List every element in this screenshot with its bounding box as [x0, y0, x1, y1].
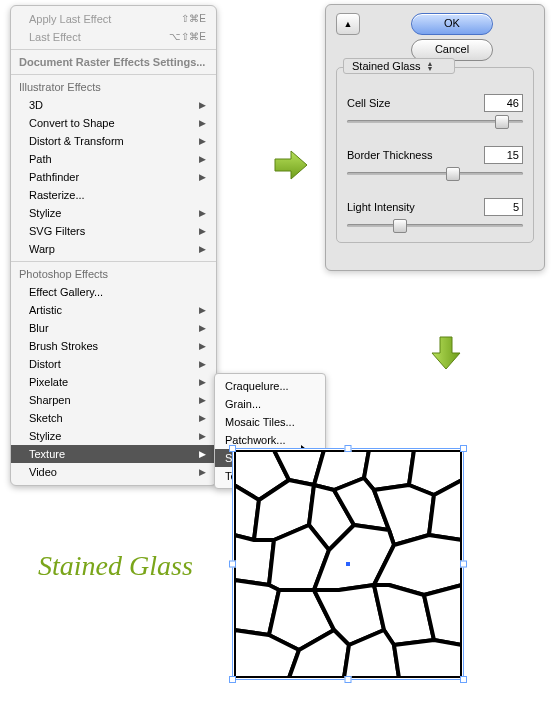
separator	[11, 49, 216, 50]
slider-thumb[interactable]	[446, 167, 460, 181]
menu-sketch[interactable]: Sketch▶	[11, 409, 216, 427]
stained-glass-group: Stained Glass ▲▼ Cell Size 46 Border Thi…	[336, 67, 534, 243]
triangle-up-icon: ▲	[344, 19, 353, 29]
label: Photoshop Effects	[19, 267, 108, 281]
menu-texture[interactable]: Texture▶	[11, 445, 216, 463]
chevron-right-icon: ▶	[199, 339, 206, 353]
arrow-down-icon	[428, 335, 464, 371]
handle-mid-left[interactable]	[229, 561, 236, 568]
handle-top-right[interactable]	[460, 445, 467, 452]
border-thickness-row: Border Thickness 15	[347, 146, 523, 164]
menu-last-effect: Last Effect ⌥⇧⌘E	[11, 28, 216, 46]
cell-size-input[interactable]: 46	[484, 94, 523, 112]
slider-thumb[interactable]	[393, 219, 407, 233]
chevron-right-icon: ▶	[199, 465, 206, 479]
menu-artistic[interactable]: Artistic▶	[11, 301, 216, 319]
shortcut: ⌥⇧⌘E	[169, 30, 206, 44]
label: Illustrator Effects	[19, 80, 101, 94]
filter-select[interactable]: Stained Glass ▲▼	[343, 58, 455, 74]
separator	[11, 74, 216, 75]
submenu-craquelure[interactable]: Craquelure...	[215, 377, 325, 395]
menu-stylize-ps[interactable]: Stylize▶	[11, 427, 216, 445]
menu-stylize-ai[interactable]: Stylize▶	[11, 204, 216, 222]
menu-distort-transform[interactable]: Distort & Transform▶	[11, 132, 216, 150]
chevron-right-icon: ▶	[199, 98, 206, 112]
effects-menu[interactable]: Apply Last Effect ⇧⌘E Last Effect ⌥⇧⌘E D…	[10, 5, 217, 486]
submenu-grain[interactable]: Grain...	[215, 395, 325, 413]
chevron-right-icon: ▶	[199, 447, 206, 461]
border-thickness-slider[interactable]	[347, 166, 523, 180]
menu-apply-last: Apply Last Effect ⇧⌘E	[11, 10, 216, 28]
light-intensity-slider[interactable]	[347, 218, 523, 232]
border-thickness-label: Border Thickness	[347, 149, 432, 161]
menu-pixelate[interactable]: Pixelate▶	[11, 373, 216, 391]
chevron-right-icon: ▶	[199, 357, 206, 371]
chevron-right-icon: ▶	[199, 321, 206, 335]
chevron-right-icon: ▶	[199, 206, 206, 220]
menu-warp[interactable]: Warp▶	[11, 240, 216, 258]
menu-video[interactable]: Video▶	[11, 463, 216, 481]
chevron-right-icon: ▶	[199, 375, 206, 389]
chevron-right-icon: ▶	[199, 393, 206, 407]
menu-convert-to-shape[interactable]: Convert to Shape▶	[11, 114, 216, 132]
chevron-right-icon: ▶	[199, 303, 206, 317]
submenu-mosaic-tiles[interactable]: Mosaic Tiles...	[215, 413, 325, 431]
menu-rasterize[interactable]: Rasterize...	[11, 186, 216, 204]
chevron-right-icon: ▶	[199, 429, 206, 443]
svg-marker-24	[394, 640, 462, 678]
cell-size-row: Cell Size 46	[347, 94, 523, 112]
light-intensity-label: Light Intensity	[347, 201, 415, 213]
border-thickness-input[interactable]: 15	[484, 146, 523, 164]
label: Stained Glass	[352, 60, 420, 72]
light-intensity-input[interactable]: 5	[484, 198, 523, 216]
ok-button[interactable]: OK	[411, 13, 493, 35]
menu-path[interactable]: Path▶	[11, 150, 216, 168]
photoshop-effects-header: Photoshop Effects	[11, 265, 216, 283]
label: Last Effect	[29, 30, 81, 44]
updown-icon: ▲▼	[426, 61, 436, 71]
shortcut: ⇧⌘E	[181, 12, 206, 26]
chevron-right-icon: ▶	[199, 134, 206, 148]
label: Document Raster Effects Settings...	[19, 55, 205, 69]
menu-effect-gallery[interactable]: Effect Gallery...	[11, 283, 216, 301]
cell-size-label: Cell Size	[347, 97, 390, 109]
chevron-right-icon: ▶	[199, 116, 206, 130]
menu-brush-strokes[interactable]: Brush Strokes▶	[11, 337, 216, 355]
chevron-right-icon: ▶	[199, 170, 206, 184]
handle-bot-mid[interactable]	[345, 676, 352, 683]
handle-bot-right[interactable]	[460, 676, 467, 683]
menu-svg-filters[interactable]: SVG Filters▶	[11, 222, 216, 240]
menu-blur[interactable]: Blur▶	[11, 319, 216, 337]
menu-3d[interactable]: 3D▶	[11, 96, 216, 114]
caption-text: Stained Glass	[38, 550, 193, 582]
cell-size-slider[interactable]	[347, 114, 523, 128]
arrow-right-icon	[273, 147, 309, 183]
menu-sharpen[interactable]: Sharpen▶	[11, 391, 216, 409]
result-preview[interactable]	[224, 440, 472, 688]
chevron-right-icon: ▶	[199, 224, 206, 238]
handle-top-left[interactable]	[229, 445, 236, 452]
label: Apply Last Effect	[29, 12, 111, 26]
chevron-right-icon: ▶	[199, 242, 206, 256]
light-intensity-row: Light Intensity 5	[347, 198, 523, 216]
center-point-icon	[346, 562, 350, 566]
collapse-toggle-button[interactable]: ▲	[336, 13, 360, 35]
separator	[11, 261, 216, 262]
chevron-right-icon: ▶	[199, 152, 206, 166]
menu-pathfinder[interactable]: Pathfinder▶	[11, 168, 216, 186]
slider-thumb[interactable]	[495, 115, 509, 129]
menu-doc-raster[interactable]: Document Raster Effects Settings...	[11, 53, 216, 71]
stained-glass-dialog[interactable]: ▲ OK Cancel Stained Glass ▲▼ Cell Size 4…	[325, 4, 545, 271]
handle-top-mid[interactable]	[345, 445, 352, 452]
handle-bot-left[interactable]	[229, 676, 236, 683]
chevron-right-icon: ▶	[199, 411, 206, 425]
illustrator-effects-header: Illustrator Effects	[11, 78, 216, 96]
handle-mid-right[interactable]	[460, 561, 467, 568]
menu-distort[interactable]: Distort▶	[11, 355, 216, 373]
